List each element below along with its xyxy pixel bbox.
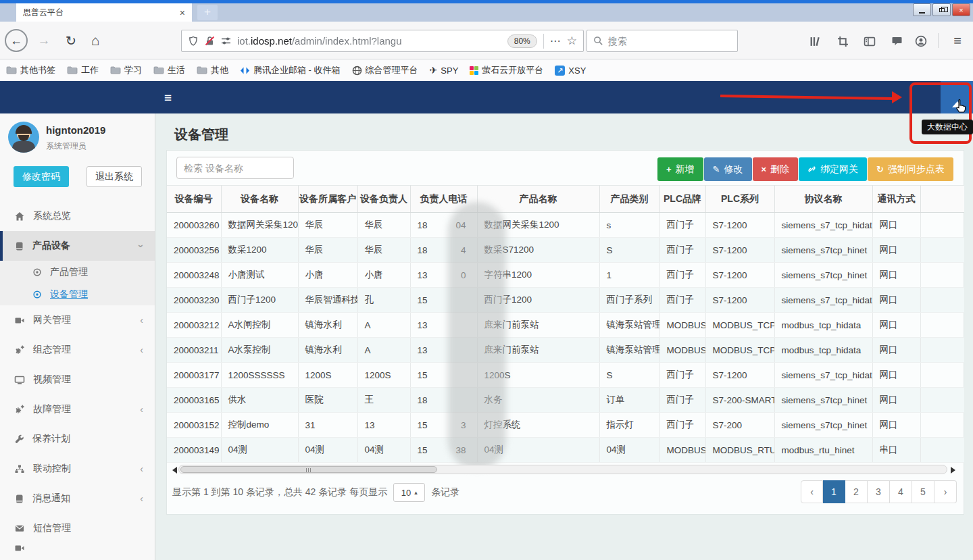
sidebar-item-partial[interactable] xyxy=(0,543,155,553)
pagination-page-2[interactable]: 2 xyxy=(845,480,868,503)
table-row[interactable]: 200003248小唐测试小唐小唐130字符串12001西门子S7-1200si… xyxy=(167,263,964,288)
logout-button[interactable]: 退出系统 xyxy=(86,166,142,187)
table-cell-filler xyxy=(920,363,964,388)
bookmark-item[interactable]: ✈SPY xyxy=(430,65,459,76)
table-cell: 200003260 xyxy=(167,213,221,238)
sidebar-item-video-management[interactable]: 视频管理 xyxy=(0,365,155,394)
column-header-7[interactable]: 产品类别 xyxy=(599,186,659,213)
sidebar-collapse-icon[interactable]: ≡ xyxy=(164,91,172,105)
table-row[interactable]: 200003260数据网关采集1200华辰华辰1804数据网关采集1200s西门… xyxy=(167,213,964,238)
pagination-page-1[interactable]: 1 xyxy=(823,480,845,503)
sidebar-item-sms-management[interactable]: 短信管理 xyxy=(0,513,155,543)
sidebar-item-linkage-control[interactable]: 联动控制 ‹ xyxy=(0,454,155,484)
browser-menu-icon[interactable]: ≡ xyxy=(947,30,968,51)
column-header-10[interactable]: 协议名称 xyxy=(774,186,872,213)
column-header-1[interactable]: 设备编号 xyxy=(167,186,221,213)
bookmark-folder[interactable]: 其他 xyxy=(197,64,228,76)
sidebar-item-gateway-management[interactable]: 网关管理 ‹ xyxy=(0,305,155,335)
table-cell-filler xyxy=(920,213,964,238)
url-bar[interactable]: iot.idosp.net/admin/index.html?langu 80%… xyxy=(181,30,584,52)
forward-button[interactable]: → xyxy=(34,29,54,52)
zoom-level-badge[interactable]: 80% xyxy=(507,34,537,48)
search-input[interactable] xyxy=(608,36,731,47)
table-cell: 网口 xyxy=(872,313,920,338)
bookmark-star-icon[interactable]: ☆ xyxy=(567,34,577,48)
message-bubble-icon[interactable] xyxy=(889,34,904,49)
library-icon[interactable] xyxy=(808,34,823,49)
new-tab-button[interactable]: + xyxy=(197,5,218,20)
table-cell: 小唐 xyxy=(298,263,357,288)
reload-button[interactable]: ↻ xyxy=(61,29,81,52)
sidebar-item-device-management[interactable]: 设备管理 xyxy=(0,283,155,305)
pagination-page-5[interactable]: 5 xyxy=(912,480,934,503)
column-header-4[interactable]: 设备负责人 xyxy=(357,186,410,213)
bookmark-folder[interactable]: 其他书签 xyxy=(6,64,55,76)
table-cell: siemens_s7tcp_hinet xyxy=(774,388,872,413)
table-cell: 网口 xyxy=(872,288,920,313)
edit-button[interactable]: ✎修改 xyxy=(704,157,752,181)
scrollbar-thumb[interactable] xyxy=(180,466,437,473)
back-button[interactable]: ← xyxy=(5,29,28,52)
sidebar-item-product-device[interactable]: 产品设备 › xyxy=(0,231,155,261)
bookmark-folder[interactable]: 工作 xyxy=(67,64,99,76)
chevron-left-icon: ‹ xyxy=(140,315,143,326)
horizontal-scrollbar[interactable] xyxy=(178,465,947,474)
device-search-input[interactable] xyxy=(176,157,294,179)
sidebar-item-product-management[interactable]: 产品管理 xyxy=(0,261,155,283)
pagination-page-3[interactable]: 3 xyxy=(868,480,890,503)
bookmark-item[interactable]: ↗XSY xyxy=(555,66,586,76)
table-row[interactable]: 200003152控制demo3113153灯控系统指示灯西门子S7-200si… xyxy=(167,413,964,438)
bind-gateway-button[interactable]: 绑定网关 xyxy=(799,157,867,181)
column-header-2[interactable]: 设备名称 xyxy=(221,186,298,213)
shield-icon[interactable] xyxy=(188,36,199,47)
browser-tab[interactable]: 思普云平台 × xyxy=(16,3,192,22)
scroll-left-icon[interactable] xyxy=(169,467,177,474)
table-row[interactable]: 200003256数采1200华辰华辰184数采S71200S西门子S7-120… xyxy=(167,238,964,263)
scroll-right-icon[interactable] xyxy=(951,467,959,474)
home-button[interactable]: ⌂ xyxy=(85,29,105,52)
bookmark-item[interactable]: 萤石云开放平台 xyxy=(470,64,543,76)
table-row[interactable]: 2000031771200SSSSSS1200S1200S151200SS西门子… xyxy=(167,363,964,388)
browser-search-box[interactable] xyxy=(587,30,738,52)
table-row[interactable]: 200003212A水闸控制镇海水利A13庶来门前泵站镇海泵站管理MODBUSM… xyxy=(167,313,964,338)
sidebar-item-fault-management[interactable]: 故障管理 ‹ xyxy=(0,394,155,424)
table-cell: 网口 xyxy=(872,338,920,363)
column-header-11[interactable]: 通讯方式 xyxy=(872,186,920,213)
screenshot-icon[interactable] xyxy=(835,34,850,49)
bookmark-item[interactable]: 综合管理平台 xyxy=(352,64,418,76)
page-viewport: ≡ 大数据中心 hignton2019 系统管理员 修改密码 退出系统 xyxy=(0,81,973,560)
tab-close-icon[interactable]: × xyxy=(180,7,185,18)
column-header-3[interactable]: 设备所属客户 xyxy=(298,186,357,213)
table-row[interactable]: 200003211A水泵控制镇海水利A13庶来门前泵站镇海泵站管理MODBUSM… xyxy=(167,338,964,363)
account-icon[interactable] xyxy=(914,34,928,49)
sidebar-item-maintenance-plan[interactable]: 保养计划 xyxy=(0,424,155,454)
table-cell: S7-1200 xyxy=(705,363,774,388)
column-header-8[interactable]: PLC品牌 xyxy=(659,186,705,213)
pagination-page-4[interactable]: 4 xyxy=(890,480,912,503)
pagination-prev[interactable]: ‹ xyxy=(801,480,823,503)
bookmark-folder[interactable]: 生活 xyxy=(153,64,185,76)
delete-button[interactable]: ×删除 xyxy=(753,157,799,181)
force-sync-button[interactable]: ↻强制同步点表 xyxy=(868,157,953,181)
permissions-icon[interactable] xyxy=(221,36,231,46)
minimize-button[interactable] xyxy=(913,3,931,16)
restore-button[interactable] xyxy=(932,3,951,16)
monitor-icon xyxy=(14,375,25,385)
change-password-button[interactable]: 修改密码 xyxy=(14,166,69,187)
bookmark-folder[interactable]: 学习 xyxy=(110,64,142,76)
pagination-next[interactable]: › xyxy=(934,480,957,503)
page-size-dropdown[interactable]: 10 ▴ xyxy=(393,483,425,502)
sidebar-item-message-notification[interactable]: 消息通知 ‹ xyxy=(0,484,155,513)
table-row[interactable]: 20000314904测04测04测153804测04测MODBUSMODBUS… xyxy=(167,438,964,463)
page-actions-icon[interactable]: ⋯ xyxy=(550,34,561,47)
column-header-9[interactable]: PLC系列 xyxy=(705,186,774,213)
table-row[interactable]: 200003165供水医院王18水务订单西门子S7-200-SMARTsieme… xyxy=(167,388,964,413)
sidebar-item-system-overview[interactable]: 系统总览 xyxy=(0,201,155,231)
insecure-lock-icon[interactable] xyxy=(205,36,215,46)
add-button[interactable]: +新增 xyxy=(657,157,703,181)
bookmark-item[interactable]: 腾讯企业邮箱 - 收件箱 xyxy=(240,64,341,76)
table-row[interactable]: 200003230西门子1200华辰智通科技孔15西门子1200西门子系列西门子… xyxy=(167,288,964,313)
sidebar-item-configuration-management[interactable]: 组态管理 ‹ xyxy=(0,335,155,365)
sidebar-toggle-icon[interactable] xyxy=(862,34,877,49)
close-button[interactable]: × xyxy=(952,3,970,16)
